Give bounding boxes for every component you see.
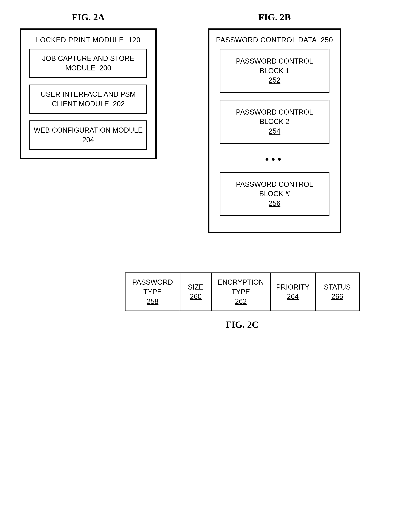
field-size: SIZE 260 — [180, 273, 212, 310]
password-control-data-header: PASSWORD CONTROL DATA 250 — [216, 36, 333, 44]
field-password-type: PASSWORD TYPE 258 — [126, 273, 180, 310]
figure-2a-label: FIG. 2A — [72, 12, 105, 23]
user-interface-psm-client-module: USER INTERFACE AND PSM CLIENT MODULE 202 — [29, 85, 147, 114]
password-control-block-2: PASSWORD CONTROL BLOCK 2254 — [220, 100, 329, 144]
job-capture-store-module: JOB CAPTURE AND STORE MODULE 200 — [29, 49, 147, 78]
web-configuration-module: WEB CONFIGURATION MODULE204 — [29, 120, 147, 150]
field-priority: PRIORITY 264 — [271, 273, 316, 310]
figure-2b: FIG. 2B PASSWORD CONTROL DATA 250 PASSWO… — [208, 12, 341, 233]
figure-2c: PASSWORD TYPE 258 SIZE 260 ENCRYPTION TY… — [125, 272, 360, 330]
password-control-block-n: PASSWORD CONTROL BLOCK N256 — [220, 172, 329, 216]
password-control-block-1: PASSWORD CONTROL BLOCK 1252 — [220, 49, 329, 93]
figure-2a: FIG. 2A LOCKED PRINT MODULE 120 JOB CAPT… — [20, 12, 157, 159]
password-control-block-fields-table: PASSWORD TYPE 258 SIZE 260 ENCRYPTION TY… — [125, 272, 360, 311]
field-encryption-type: ENCRYPTION TYPE 262 — [212, 273, 271, 310]
locked-print-module-header: LOCKED PRINT MODULE 120 — [36, 36, 141, 44]
locked-print-module-box: LOCKED PRINT MODULE 120 JOB CAPTURE AND … — [20, 28, 157, 159]
ellipsis-icon: ••• — [265, 153, 284, 165]
field-status: STATUS 266 — [316, 273, 359, 310]
figure-2c-label: FIG. 2C — [226, 319, 259, 330]
figure-2b-label: FIG. 2B — [258, 12, 291, 23]
password-control-data-box: PASSWORD CONTROL DATA 250 PASSWORD CONTR… — [208, 28, 341, 233]
